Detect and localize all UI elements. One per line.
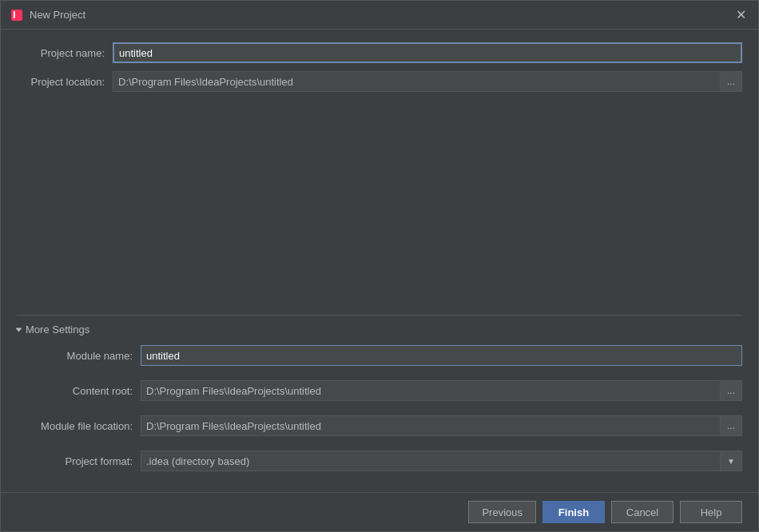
- project-format-row: Project format: .idea (directory based) …: [25, 451, 742, 471]
- module-file-location-input[interactable]: [141, 415, 720, 436]
- title-bar-left: I New Project: [10, 9, 85, 22]
- project-format-dropdown-arrow[interactable]: ▼: [721, 451, 742, 471]
- title-bar: I New Project ✕: [1, 1, 758, 30]
- project-location-browse-button[interactable]: ...: [720, 71, 742, 92]
- project-name-row: Project name:: [17, 42, 742, 63]
- svg-text:I: I: [13, 9, 16, 21]
- content-root-field-group: ...: [141, 380, 742, 401]
- project-location-label: Project location:: [17, 76, 113, 88]
- help-button[interactable]: Help: [680, 501, 742, 523]
- previous-button[interactable]: Previous: [468, 501, 536, 523]
- project-format-select-group: .idea (directory based) ▼: [141, 451, 742, 471]
- module-file-location-field-group: ...: [141, 415, 742, 436]
- new-project-dialog: I New Project ✕ Project name: Project lo…: [0, 0, 759, 532]
- module-file-location-browse-button[interactable]: ...: [720, 415, 742, 436]
- project-format-label: Project format:: [25, 455, 141, 467]
- content-root-browse-button[interactable]: ...: [720, 380, 742, 401]
- app-icon: I: [10, 9, 23, 22]
- triangle-icon: [16, 328, 22, 332]
- module-name-row: Module name:: [25, 345, 742, 366]
- project-name-input[interactable]: [113, 42, 742, 63]
- module-file-location-row: Module file location: ...: [25, 415, 742, 436]
- cancel-button[interactable]: Cancel: [611, 501, 674, 523]
- more-settings-toggle[interactable]: More Settings: [17, 324, 742, 335]
- content-root-row: Content root: ...: [25, 380, 742, 401]
- dialog-footer: Previous Finish Cancel Help: [1, 492, 758, 531]
- module-name-label: Module name:: [25, 350, 141, 362]
- project-location-field-group: ...: [113, 71, 742, 92]
- content-spacer: [17, 100, 742, 315]
- more-settings-label: More Settings: [26, 324, 89, 335]
- module-file-location-label: Module file location:: [25, 420, 141, 432]
- content-root-input[interactable]: [141, 380, 720, 401]
- project-format-select[interactable]: .idea (directory based): [141, 451, 721, 471]
- module-name-input[interactable]: [141, 345, 742, 366]
- content-root-label: Content root:: [25, 385, 141, 397]
- dialog-title: New Project: [30, 9, 85, 21]
- dialog-content: Project name: Project location: ... More…: [1, 30, 758, 492]
- project-location-input[interactable]: [113, 71, 720, 92]
- finish-button[interactable]: Finish: [542, 501, 605, 523]
- project-location-row: Project location: ...: [17, 71, 742, 92]
- more-settings-rows: Module name: Content root: ... Module fi…: [17, 345, 742, 479]
- project-name-label: Project name:: [17, 47, 113, 59]
- more-settings-section: More Settings Module name: Content root:…: [17, 315, 742, 479]
- close-button[interactable]: ✕: [733, 7, 749, 23]
